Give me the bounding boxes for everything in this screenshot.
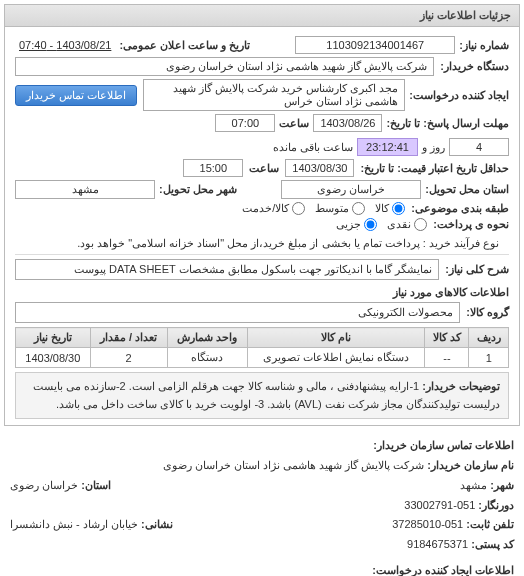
- req-no-label: شماره نیاز:: [459, 39, 509, 52]
- th-name: نام کالا: [247, 328, 425, 348]
- countdown-timer: 23:12:41: [357, 138, 418, 156]
- table-header-row: ردیف کد کالا نام کالا واحد شمارش تعداد /…: [16, 328, 509, 348]
- radio-goods[interactable]: کالا: [375, 202, 405, 215]
- c-fax-value: 051-33002791: [404, 499, 475, 511]
- buyer-description-box: توضیحات خریدار: 1-ارایه پیشنهادفنی ، مال…: [15, 372, 509, 419]
- th-date: تاریخ نیاز: [16, 328, 91, 348]
- buyer-desc-label: توضیحات خریدار:: [422, 380, 500, 392]
- creator-label: ایجاد کننده درخواست:: [409, 89, 509, 102]
- th-unit: واحد شمارش: [167, 328, 247, 348]
- td-name: دستگاه نمایش اطلاعات تصویری: [247, 348, 425, 368]
- radio-service-label: کالا/خدمت: [242, 202, 289, 215]
- radio-goods-input[interactable]: [392, 202, 405, 215]
- deadline-time: 07:00: [215, 114, 275, 132]
- c-province-value: خراسان رضوی: [10, 479, 78, 491]
- c-city-label: شهر:: [490, 479, 514, 491]
- th-row: ردیف: [469, 328, 509, 348]
- td-qty: 2: [90, 348, 167, 368]
- table-row[interactable]: 1 -- دستگاه نمایش اطلاعات تصویری دستگاه …: [16, 348, 509, 368]
- subject-class-label: طبقه بندی موضوعی:: [411, 202, 509, 215]
- radio-partial-input[interactable]: [364, 218, 377, 231]
- city-value: مشهد: [15, 180, 155, 199]
- radio-cash[interactable]: نقدی: [387, 218, 427, 231]
- remain-label: ساعت باقی مانده: [273, 141, 353, 154]
- td-date: 1403/08/30: [16, 348, 91, 368]
- goods-section-title: اطلاعات کالاهای مورد نیاز: [15, 286, 509, 299]
- th-qty: تعداد / مقدار: [90, 328, 167, 348]
- subject-class-group: کالا متوسط کالا/خدمت: [242, 202, 405, 215]
- need-title-value: نمایشگر گاما با اندیکاتور جهت باسکول مطا…: [15, 259, 439, 280]
- c-province-label: استان:: [81, 479, 111, 491]
- days-remain-label: روز و: [422, 141, 445, 154]
- province-value: خراسان رضوی: [281, 180, 421, 199]
- announce-label: تاریخ و ساعت اعلان عمومی:: [119, 39, 250, 52]
- requester-section-title: اطلاعات ایجاد کننده درخواست:: [10, 561, 514, 576]
- min-deadline-date: 1403/08/30: [285, 159, 354, 177]
- radio-service[interactable]: کالا/خدمت: [242, 202, 305, 215]
- province-label: استان محل تحویل:: [425, 183, 509, 196]
- time-label-1: ساعت: [279, 117, 309, 130]
- radio-medium[interactable]: متوسط: [315, 202, 365, 215]
- radio-partial[interactable]: جزیی: [336, 218, 377, 231]
- radio-cash-label: نقدی: [387, 218, 411, 231]
- radio-goods-label: کالا: [375, 202, 389, 215]
- min-deadline-time: 15:00: [183, 159, 243, 177]
- min-deadline-label: حداقل تاریخ اعتبار قیمت: تا تاریخ:: [360, 162, 509, 175]
- payment-label: نحوه ی پرداخت:: [433, 218, 509, 231]
- time-label-2: ساعت: [249, 162, 279, 175]
- creator-value: مجد اکبری کارشناس خرید شرکت پالایش گاز ش…: [143, 79, 405, 111]
- c-fax-label: دورنگار:: [478, 499, 514, 511]
- need-details-panel: جزئیات اطلاعات نیاز شماره نیاز: 11030921…: [4, 4, 520, 426]
- buyer-contact-button[interactable]: اطلاعات تماس خریدار: [15, 85, 137, 106]
- th-code: کد کالا: [425, 328, 469, 348]
- need-title-label: شرح کلی نیاز:: [445, 263, 509, 276]
- radio-cash-input[interactable]: [414, 218, 427, 231]
- radio-medium-input[interactable]: [352, 202, 365, 215]
- c-address-value: خیابان ارشاد - نبش دانشسرا: [10, 518, 138, 530]
- group-value: محصولات الکترونیکی: [15, 302, 460, 323]
- process-note: نوع فرآیند خرید : پرداخت تمام یا بخشی از…: [77, 237, 499, 250]
- panel-title: جزئیات اطلاعات نیاز: [5, 5, 519, 27]
- days-remain: 4: [449, 138, 509, 156]
- td-code: --: [425, 348, 469, 368]
- deadline-date: 1403/08/26: [313, 114, 382, 132]
- c-address-label: نشانی:: [141, 518, 173, 530]
- c-phone-label: تلفن ثابت:: [466, 518, 514, 530]
- payment-group: نقدی جزیی: [336, 218, 427, 231]
- c-postal-value: 9184675371: [407, 538, 468, 550]
- buyer-label: دستگاه خریدار:: [440, 60, 509, 73]
- announce-value: 1403/08/21 - 07:40: [15, 37, 115, 53]
- contact-section-title: اطلاعات تماس سازمان خریدار:: [10, 436, 514, 456]
- radio-service-input[interactable]: [292, 202, 305, 215]
- td-row: 1: [469, 348, 509, 368]
- c-city-value: مشهد: [460, 479, 487, 491]
- org-label: نام سازمان خریدار:: [427, 459, 514, 471]
- req-no-value: 1103092134001467: [295, 36, 455, 54]
- buyer-org-contact: اطلاعات تماس سازمان خریدار: نام سازمان خ…: [0, 430, 524, 576]
- org-value: شرکت پالایش گاز شهید هاشمی نژاد استان خر…: [163, 459, 424, 471]
- group-label: گروه کالا:: [466, 306, 509, 319]
- c-phone-value: 051-37285010: [392, 518, 463, 530]
- deadline-label: مهلت ارسال پاسخ: تا تاریخ:: [386, 117, 509, 130]
- goods-table: ردیف کد کالا نام کالا واحد شمارش تعداد /…: [15, 327, 509, 368]
- city-label: شهر محل تحویل:: [159, 183, 237, 196]
- c-postal-label: کد پستی:: [471, 538, 514, 550]
- buyer-value: شرکت پالایش گاز شهید هاشمی نژاد استان خر…: [15, 57, 434, 76]
- radio-partial-label: جزیی: [336, 218, 361, 231]
- radio-medium-label: متوسط: [315, 202, 349, 215]
- td-unit: دستگاه: [167, 348, 247, 368]
